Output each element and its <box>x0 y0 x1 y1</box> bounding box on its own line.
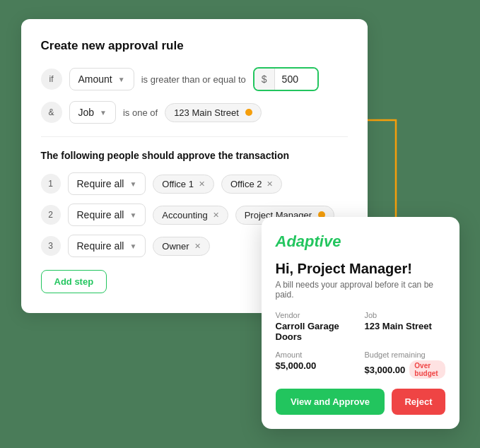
step-number-3: 3 <box>41 236 61 256</box>
approval-actions: View and Approve Reject <box>276 389 445 415</box>
chevron-down-icon: ▼ <box>129 242 136 250</box>
and-badge: & <box>41 102 62 123</box>
budget-value: $3,000.00 <box>365 365 406 375</box>
vendor-field: Vendor Carroll Garage Doors <box>276 311 356 342</box>
amount-label: Amount <box>276 350 356 359</box>
job-dropdown[interactable]: Job ▼ <box>69 101 116 124</box>
divider <box>41 136 348 137</box>
condition-text-2: is one of <box>123 107 158 118</box>
if-badge: if <box>41 69 62 90</box>
condition-row-1: if Amount ▼ is greater than or equal to … <box>41 67 348 91</box>
view-approve-button[interactable]: View and Approve <box>276 389 385 415</box>
tag-office-1[interactable]: Office 1 ✕ <box>153 175 214 194</box>
vendor-label: Vendor <box>276 311 356 319</box>
amount-value: $5,000.00 <box>276 360 356 371</box>
budget-field: Budget remaining $3,000.00 Over budget <box>365 350 445 379</box>
job-value: 123 Main Street <box>365 321 445 331</box>
tag-owner[interactable]: Owner ✕ <box>153 237 209 256</box>
chevron-down-icon: ▼ <box>129 180 136 188</box>
close-icon[interactable]: ✕ <box>194 242 201 251</box>
condition-text-1: is greater than or equal to <box>141 74 246 85</box>
amount-field: Amount $5,000.00 <box>276 350 356 379</box>
greeting-text: Hi, Project Manager! <box>276 261 445 277</box>
job-label: Job <box>365 311 445 319</box>
chevron-down-icon: ▼ <box>100 109 107 117</box>
close-icon[interactable]: ✕ <box>267 179 273 189</box>
tag-accounting[interactable]: Accounting ✕ <box>153 206 228 225</box>
require-all-dropdown-3[interactable]: Require all ▼ <box>68 235 146 257</box>
amount-input-wrap: $ <box>253 67 319 91</box>
chevron-down-icon: ▼ <box>129 211 136 219</box>
add-step-button[interactable]: Add step <box>41 270 107 293</box>
close-icon[interactable]: ✕ <box>213 211 219 220</box>
connector-dot-job <box>245 109 252 116</box>
chevron-down-icon: ▼ <box>118 76 125 83</box>
card-title: Create new approval rule <box>41 39 348 53</box>
condition-row-2: & Job ▼ is one of 123 Main Street <box>41 101 348 124</box>
section-title: The following people should approve the … <box>41 150 348 161</box>
brand-name: Adaptive <box>276 232 445 251</box>
require-all-dropdown-1[interactable]: Require all ▼ <box>68 172 146 195</box>
step-number-1: 1 <box>41 174 61 194</box>
step-number-2: 2 <box>41 205 61 225</box>
dollar-sign: $ <box>254 69 275 90</box>
close-icon[interactable]: ✕ <box>199 179 205 189</box>
approval-card: Adaptive Hi, Project Manager! A bill nee… <box>262 217 459 429</box>
vendor-value: Carroll Garage Doors <box>276 321 356 342</box>
budget-row: $3,000.00 Over budget <box>365 360 445 379</box>
step-row-1: 1 Require all ▼ Office 1 ✕ Office 2 ✕ <box>41 172 348 195</box>
require-all-dropdown-2[interactable]: Require all ▼ <box>68 204 146 226</box>
reject-button[interactable]: Reject <box>392 389 445 415</box>
subtitle-text: A bill needs your approval before it can… <box>276 280 445 300</box>
job-field: Job 123 Main Street <box>365 311 445 342</box>
job-tag-pill[interactable]: 123 Main Street <box>165 103 262 122</box>
over-budget-badge: Over budget <box>409 360 445 379</box>
amount-input[interactable] <box>275 69 317 90</box>
amount-dropdown[interactable]: Amount ▼ <box>69 68 134 90</box>
tag-office-2[interactable]: Office 2 ✕ <box>221 175 283 194</box>
approval-fields: Vendor Carroll Garage Doors Job 123 Main… <box>276 311 445 379</box>
budget-label: Budget remaining <box>365 350 445 359</box>
